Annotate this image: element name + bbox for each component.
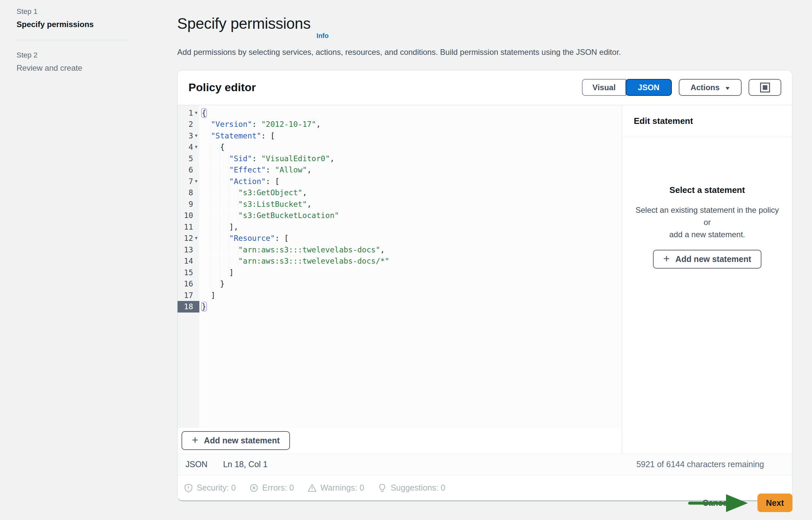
code-line: 3▼"Statement": [ [177, 130, 621, 142]
fold-toggle-icon[interactable]: ▼ [193, 130, 199, 142]
json-punctuation: } [202, 302, 206, 311]
indent-guide [202, 131, 211, 141]
panel-add-new-statement-button[interactable]: + Add new statement [653, 250, 761, 268]
diagnostic-label: Security: 0 [197, 483, 236, 493]
next-button[interactable]: Next [758, 494, 792, 512]
wizard-steps-nav: Step 1Specify permissionsStep 2Review an… [17, 7, 129, 73]
policy-editor-title: Policy editor [189, 81, 256, 94]
indent-guide [211, 211, 220, 221]
code-line: 14"arn:aws:s3:::twelevelabs-docs/*" [177, 255, 621, 267]
diagnostic-label: Suggestions: 0 [391, 483, 445, 493]
json-key: "Sid" [229, 154, 252, 163]
json-punctuation: : [ [275, 234, 289, 242]
expand-panel-button[interactable] [748, 79, 781, 96]
indent-guide [211, 177, 220, 187]
code-text: ] [199, 290, 216, 301]
step-title[interactable]: Review and create [17, 63, 129, 73]
code-line: 18} [177, 301, 621, 313]
json-punctuation: ], [229, 223, 238, 231]
line-number: 14 [177, 255, 193, 267]
actions-button[interactable]: Actions ▼ [679, 79, 742, 96]
cancel-button[interactable]: Cancel [703, 498, 730, 508]
json-punctuation: , [307, 165, 312, 174]
json-punctuation: ] [229, 268, 234, 277]
line-number: 13 [177, 244, 193, 256]
toggle-visual[interactable]: Visual [582, 79, 626, 96]
json-punctuation: : [252, 120, 261, 129]
step-title[interactable]: Specify permissions [17, 20, 129, 29]
line-number: 15 [177, 267, 193, 279]
diagnostic-label: Errors: 0 [262, 483, 294, 493]
indent-guide [202, 222, 211, 232]
indent-guide [220, 200, 229, 209]
line-number: 11 [177, 222, 193, 233]
fold-toggle-icon[interactable]: ▼ [193, 141, 199, 153]
code-line: 15] [177, 267, 621, 279]
indent-guide [211, 165, 220, 176]
fold-toggle-icon[interactable]: ▼ [193, 107, 199, 119]
json-punctuation: : [252, 154, 261, 163]
json-string: "Allow" [275, 165, 307, 174]
indent-guide [211, 143, 220, 153]
code-line: 4▼{ [177, 141, 621, 153]
fold-toggle-icon[interactable]: ▼ [193, 233, 199, 244]
json-punctuation: , [316, 120, 321, 129]
indent-guide [211, 268, 220, 278]
json-code-editor[interactable]: 1▼{2"Version": "2012-10-17",3▼"Statement… [177, 105, 621, 428]
json-punctuation: : [ [261, 131, 275, 140]
json-string: "s3:ListBucket" [238, 200, 307, 208]
line-number: 16 [177, 278, 193, 290]
json-string: "arn:aws:s3:::twelevelabs-docs/*" [238, 257, 390, 265]
code-line: 1▼{ [177, 107, 621, 119]
diagnostic-item: Security: 0 [183, 483, 236, 493]
fullscreen-icon [760, 83, 770, 93]
add-new-statement-button[interactable]: + Add new statement [181, 431, 290, 450]
indent-guide [202, 177, 211, 187]
indent-guide [229, 245, 238, 255]
code-text: } [199, 278, 224, 290]
diagnostic-item: Warnings: 0 [307, 483, 364, 493]
line-gutter: 2 [177, 119, 199, 130]
indent-guide [220, 188, 229, 198]
indent-guide [211, 200, 220, 209]
json-string: "2012-10-17" [261, 120, 316, 129]
policy-editor-card: Policy editor VisualJSON Actions ▼ 1▼{2"… [177, 70, 792, 501]
code-line: 6"Effect": "Allow", [177, 164, 621, 176]
line-gutter: 11 [177, 222, 199, 233]
json-key: "Effect" [229, 165, 266, 174]
json-punctuation: , [307, 200, 312, 208]
indent-guide [211, 222, 220, 232]
indent-guide [202, 280, 211, 289]
line-gutter: 1▼ [177, 107, 199, 119]
add-new-statement-label: Add new statement [204, 436, 280, 445]
indent-guide [202, 211, 211, 221]
line-gutter: 5 [177, 153, 199, 164]
code-text: ] [199, 267, 234, 279]
line-number: 1 [177, 107, 193, 119]
indent-guide [211, 188, 220, 198]
wizard-footer: Cancel Next [177, 494, 792, 512]
code-line: 2"Version": "2012-10-17", [177, 119, 621, 130]
code-text: "Effect": "Allow", [199, 164, 312, 176]
code-text: "Statement": [ [199, 130, 275, 142]
code-text: "Action": [ [199, 176, 279, 187]
line-number: 18 [177, 301, 193, 313]
json-key: "Resource" [229, 234, 275, 242]
fold-toggle-icon[interactable]: ▼ [193, 176, 199, 187]
line-number: 8 [177, 187, 193, 199]
json-punctuation: { [202, 109, 206, 117]
line-gutter: 4▼ [177, 141, 199, 153]
code-text: "arn:aws:s3:::twelevelabs-docs", [199, 244, 385, 256]
add-statement-row: + Add new statement [177, 428, 621, 453]
json-string: "s3:GetBucketLocation" [238, 211, 339, 220]
info-link[interactable]: Info [316, 32, 329, 40]
toggle-json[interactable]: JSON [625, 79, 672, 96]
line-gutter: 8 [177, 187, 199, 199]
indent-guide [220, 177, 229, 187]
code-text: } [199, 301, 206, 313]
indent-guide [220, 211, 229, 221]
json-punctuation: , [302, 188, 307, 197]
editor-status-bar: JSON Ln 18, Col 1 5921 of 6144 character… [177, 453, 792, 475]
line-number: 7 [177, 176, 193, 187]
indent-guide [220, 245, 229, 255]
